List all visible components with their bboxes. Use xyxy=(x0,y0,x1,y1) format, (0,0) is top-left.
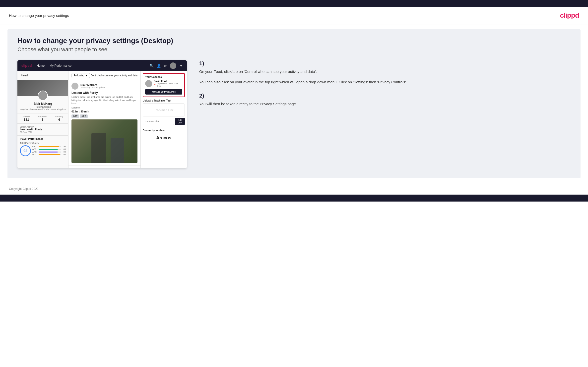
app-body: Feed Blair McHarg Plus Handicap Royal No… xyxy=(17,71,187,168)
bar-app-label: APP xyxy=(32,148,38,150)
page-subheading: Choose what you want people to see xyxy=(17,46,571,53)
step2-text: You will then be taken directly to the P… xyxy=(199,101,568,107)
stat-following: Following 4 xyxy=(55,115,63,121)
bar-app-val: 85 xyxy=(62,148,66,150)
red-arrow-annotation xyxy=(134,122,187,122)
bar-app-track xyxy=(39,149,61,150)
profile-stats: Activities 131 Followers 3 Following 4 xyxy=(17,113,68,124)
quality-bars: OTT 90 APP xyxy=(32,145,66,156)
bar-putt-fill xyxy=(39,154,60,155)
feed-tab[interactable]: Feed xyxy=(17,71,68,80)
post-image-figure2 xyxy=(111,138,124,163)
coach-club: 📍 Royal North Devon Golf Club xyxy=(154,83,182,87)
logo: clippd xyxy=(560,11,579,19)
trackman-link-input[interactable] xyxy=(143,118,174,125)
bar-arg-val: 86 xyxy=(62,151,66,153)
user-avatar[interactable] xyxy=(170,62,176,69)
step1-text: On your Feed, click/tap on 'Control who … xyxy=(199,69,568,75)
stat-followers: Followers 3 xyxy=(38,115,47,121)
add-circle-icon[interactable]: ⊕ xyxy=(164,64,167,68)
bar-putt-label: PUTT xyxy=(32,154,38,156)
content-layout: clippd Home My Performance 🔍 👤 ⊕ ▼ Feed xyxy=(17,60,571,168)
step2-number: 2) xyxy=(199,93,568,99)
header: How to change your privacy settings clip… xyxy=(0,7,588,24)
step1-extra: You can also click on your avatar in the… xyxy=(199,79,568,85)
bar-ott-fill xyxy=(39,146,59,147)
stat-activities: Activities 131 xyxy=(22,115,30,121)
bar-app: APP 85 xyxy=(32,148,66,150)
bar-arg: ARG 86 xyxy=(32,151,66,153)
coach-club-name: Royal North Devon Golf Club xyxy=(157,83,182,87)
chevron-down-icon[interactable]: ▼ xyxy=(179,64,183,68)
following-label: Following xyxy=(74,74,84,77)
post-image-figure1 xyxy=(91,133,106,163)
app-navbar: clippd Home My Performance 🔍 👤 ⊕ ▼ xyxy=(17,60,187,71)
app-feed: Following ▼ Control who can see your act… xyxy=(68,71,141,168)
player-performance: Player Performance Total Player Quality … xyxy=(17,135,68,158)
profile-avatar xyxy=(38,91,48,101)
trackman-placeholder-box: Trackman Link xyxy=(143,104,185,116)
bar-putt-val: 96 xyxy=(62,154,66,156)
bar-ott-track xyxy=(39,146,61,147)
copyright-text: Copyright Clippd 2022 xyxy=(9,187,39,191)
coach-info: David Ford 📍 Royal North Devon Golf Club xyxy=(154,80,182,87)
latest-activity-name: Lesson with Fordy xyxy=(20,128,66,131)
bar-ott-label: OTT xyxy=(32,145,38,148)
post-duration-label: Duration xyxy=(71,106,137,109)
feed-header: Following ▼ Control who can see your act… xyxy=(68,71,140,80)
post-author-avatar xyxy=(71,83,78,90)
following-button[interactable]: Following ▼ xyxy=(71,73,90,78)
bar-putt: PUTT 96 xyxy=(32,154,66,156)
connect-title: Connect your data xyxy=(143,129,185,132)
bar-ott: OTT 90 xyxy=(32,145,66,148)
instruction-step2: 2) You will then be taken directly to th… xyxy=(199,93,568,107)
following-chevron-icon: ▼ xyxy=(85,74,88,77)
red-box-annotation: Your Coaches David Ford 📍 Royal North De… xyxy=(143,73,185,97)
person-icon[interactable]: 👤 xyxy=(157,64,161,68)
player-performance-title: Player Performance xyxy=(20,138,66,140)
profile-handicap: Plus Handicap xyxy=(19,105,66,108)
post-author-name: Blair McHarg xyxy=(80,83,105,86)
post-title: Lesson with Fordy xyxy=(71,91,137,95)
latest-activity-date: 03 Aug 2022 xyxy=(20,131,66,133)
manage-coaches-button[interactable]: Manage Your Coaches xyxy=(145,89,182,95)
bottom-bar xyxy=(0,195,588,202)
location-icon: 📍 xyxy=(154,84,156,86)
app-nav-logo: clippd xyxy=(21,64,32,68)
header-title: How to change your privacy settings xyxy=(9,13,69,18)
stat-followers-label: Followers xyxy=(38,115,47,118)
latest-activity-label: Latest Activity xyxy=(20,126,66,128)
bar-arg-track xyxy=(39,152,61,153)
nav-item-my-performance[interactable]: My Performance xyxy=(50,64,71,67)
bar-ott-val: 90 xyxy=(62,145,66,148)
latest-activity: Latest Activity Lesson with Fordy 03 Aug… xyxy=(17,124,68,135)
quality-label: Total Player Quality xyxy=(20,142,66,144)
search-icon[interactable]: 🔍 xyxy=(149,64,154,68)
stat-activities-value: 131 xyxy=(22,118,30,121)
screenshot-wrapper: clippd Home My Performance 🔍 👤 ⊕ ▼ Feed xyxy=(17,60,187,168)
bar-arg-label: ARG xyxy=(32,151,38,153)
post-badges: OTT APP xyxy=(71,114,137,118)
trackman-placeholder-text: Trackman Link xyxy=(154,108,173,112)
instructions: 1) On your Feed, click/tap on 'Control w… xyxy=(197,60,571,114)
post-duration-value: 01 hr : 30 min xyxy=(71,110,137,113)
upload-section: Upload a Trackman Test Trackman Link Add… xyxy=(141,97,187,127)
footer: Copyright Clippd 2022 xyxy=(0,183,588,195)
feed-post: Blair McHarg Yesterday · Sunningdale Les… xyxy=(68,80,140,166)
upload-title: Upload a Trackman Test xyxy=(143,99,185,102)
arccos-logo: Arccos xyxy=(143,133,185,143)
stat-activities-label: Activities xyxy=(22,115,30,118)
nav-item-home[interactable]: Home xyxy=(37,64,45,67)
stat-followers-value: 3 xyxy=(38,118,47,121)
post-author-meta: Yesterday · Sunningdale xyxy=(80,86,105,89)
quality-circle: 92 xyxy=(20,145,31,156)
add-link-button[interactable]: Add Link xyxy=(175,118,185,125)
control-privacy-link[interactable]: Control who can see your activity and da… xyxy=(91,74,137,77)
bar-app-fill xyxy=(39,149,58,150)
coaches-title: Your Coaches xyxy=(145,76,182,78)
post-description: Looking to feel like my hands are exitin… xyxy=(71,96,137,105)
connect-section: Connect your data Arccos xyxy=(141,127,187,145)
post-author-info: Blair McHarg Yesterday · Sunningdale xyxy=(80,83,105,89)
coach-name: David Ford xyxy=(154,80,182,83)
app-nav-icons: 🔍 👤 ⊕ ▼ xyxy=(149,62,183,69)
